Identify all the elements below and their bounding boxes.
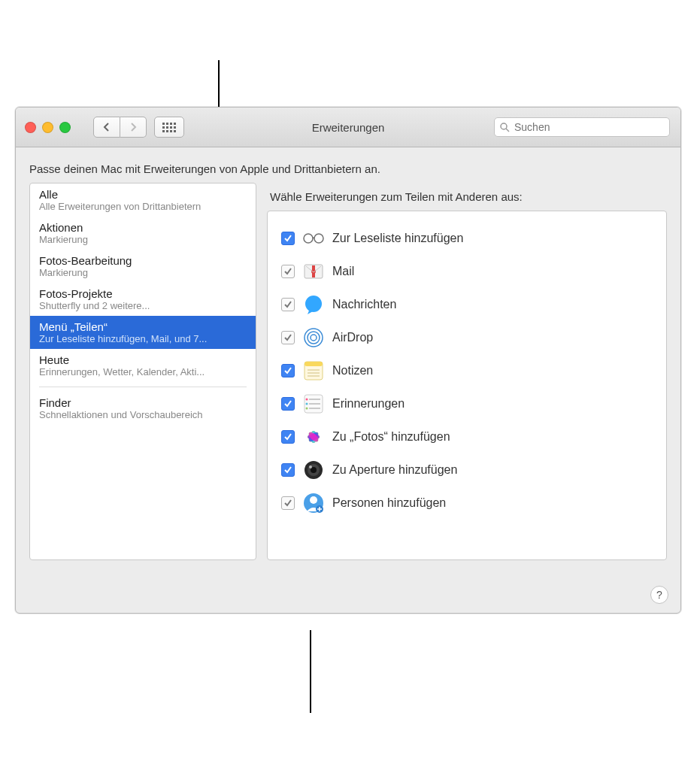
main-title: Wähle Erweiterungen zum Teilen mit Ander… — [267, 183, 667, 211]
extension-row: Zur Leseliste hinzufügen — [281, 222, 653, 255]
fotos-icon — [302, 426, 325, 448]
close-button[interactable] — [25, 122, 36, 133]
sidebar-item-finder[interactable]: FinderSchnellaktionen und Vorschaubereic… — [30, 392, 256, 425]
checkbox[interactable] — [281, 232, 295, 245]
svg-point-34 — [309, 465, 312, 468]
svg-point-36 — [310, 496, 317, 504]
sidebar-item-desc: Erinnerungen, Wetter, Kalender, Akti... — [39, 366, 247, 377]
extension-label: Zur Leseliste hinzufügen — [332, 232, 463, 245]
svg-point-2 — [304, 234, 313, 243]
sidebar: AlleAlle Erweiterungen von Drittanbieter… — [29, 183, 256, 560]
sidebar-item[interactable]: Menü „Teilen“Zur Leseliste hinzufügen, M… — [30, 316, 256, 349]
sidebar-item-label: Aktionen — [39, 221, 247, 234]
extension-row: Notizen — [281, 354, 653, 387]
extension-label: Zu Aperture hinzufügen — [332, 463, 457, 477]
extension-row: Personen hinzufügen — [281, 487, 653, 520]
sidebar-separator — [39, 387, 247, 387]
sidebar-item-desc: Markierung — [39, 234, 247, 245]
svg-point-20 — [306, 399, 308, 401]
aperture-icon — [302, 459, 325, 481]
sidebar-item[interactable]: AlleAlle Erweiterungen von Drittanbieter… — [30, 183, 256, 217]
sidebar-item[interactable]: Fotos-BearbeitungMarkierung — [30, 250, 256, 283]
extension-label: AirDrop — [332, 331, 373, 344]
sidebar-item-label: Fotos-Bearbeitung — [39, 254, 247, 267]
checkbox[interactable] — [281, 298, 295, 311]
zoom-button[interactable] — [59, 122, 71, 133]
sidebar-item[interactable]: AktionenMarkierung — [30, 217, 256, 250]
airdrop-icon — [302, 326, 325, 349]
callout-line-bottom — [310, 630, 311, 713]
sidebar-item-desc: Shutterfly und 2 weitere... — [39, 300, 247, 311]
svg-point-0 — [501, 123, 507, 129]
extension-row: Zu „Fotos“ hinzufügen — [281, 420, 653, 453]
show-all-button[interactable] — [154, 117, 184, 138]
personen-icon — [302, 492, 325, 514]
titlebar: Erweiterungen — [16, 108, 680, 147]
messages-icon — [302, 293, 325, 316]
extension-label: Zu „Fotos“ hinzufügen — [332, 430, 450, 444]
sidebar-item[interactable]: HeuteErinnerungen, Wetter, Kalender, Akt… — [30, 349, 256, 382]
grid-icon — [162, 123, 176, 132]
extension-row: Zu Aperture hinzufügen — [281, 453, 653, 487]
sidebar-item-label: Fotos-Projekte — [39, 287, 247, 300]
checkbox[interactable] — [281, 331, 295, 344]
nav-buttons — [93, 117, 147, 138]
glasses-icon — [302, 227, 325, 250]
sidebar-item-label: Heute — [39, 353, 247, 366]
reminders-icon — [302, 393, 325, 415]
extension-row: Mail — [281, 255, 653, 288]
search-field[interactable] — [494, 117, 670, 137]
svg-point-21 — [306, 403, 308, 405]
traffic-lights — [16, 122, 71, 133]
checkbox[interactable] — [281, 463, 295, 477]
extension-label: Notizen — [332, 364, 373, 377]
chevron-right-icon — [129, 123, 137, 132]
main-panel: Wähle Erweiterungen zum Teilen mit Ander… — [267, 183, 667, 560]
preferences-window: Erweiterungen Passe deinen Mac mit Erwei… — [15, 107, 681, 614]
svg-rect-12 — [305, 362, 323, 366]
sidebar-item-label: Menü „Teilen“ — [39, 320, 247, 333]
svg-point-3 — [314, 234, 323, 243]
content-area: AlleAlle Erweiterungen von Drittanbieter… — [16, 183, 680, 574]
extension-row: Erinnerungen — [281, 387, 653, 420]
extension-list: Zur Leseliste hinzufügenMailNachrichtenA… — [267, 211, 667, 560]
extension-label: Personen hinzufügen — [332, 496, 446, 510]
sidebar-item-desc: Schnellaktionen und Vorschaubereich — [39, 409, 247, 420]
chevron-left-icon — [103, 123, 111, 132]
svg-point-9 — [308, 332, 320, 344]
search-input[interactable] — [513, 120, 665, 134]
back-button[interactable] — [93, 117, 120, 138]
checkbox[interactable] — [281, 265, 295, 278]
sidebar-item-label: Finder — [39, 396, 247, 409]
svg-point-22 — [306, 408, 308, 410]
extension-row: Nachrichten — [281, 288, 653, 321]
svg-point-6 — [311, 269, 316, 274]
sidebar-item-desc: Markierung — [39, 267, 247, 278]
sidebar-item[interactable]: Fotos-ProjekteShutterfly und 2 weitere..… — [30, 283, 256, 316]
help-button[interactable]: ? — [650, 586, 668, 604]
svg-point-8 — [311, 335, 317, 341]
extension-label: Nachrichten — [332, 298, 396, 311]
svg-line-1 — [506, 129, 509, 132]
search-icon — [499, 122, 510, 132]
minimize-button[interactable] — [42, 122, 53, 133]
extension-label: Mail — [332, 265, 354, 278]
forward-button[interactable] — [120, 117, 147, 138]
checkbox[interactable] — [281, 364, 295, 377]
extension-row: AirDrop — [281, 321, 653, 354]
checkbox[interactable] — [281, 496, 295, 510]
svg-point-7 — [305, 296, 322, 312]
mail-icon — [302, 260, 325, 283]
notizen-icon — [302, 359, 325, 382]
extension-label: Erinnerungen — [332, 397, 405, 411]
sidebar-item-desc: Zur Leseliste hinzufügen, Mail, und 7... — [39, 333, 247, 344]
sidebar-item-desc: Alle Erweiterungen von Drittanbietern — [39, 201, 247, 212]
sidebar-item-label: Alle — [39, 188, 247, 201]
checkbox[interactable] — [281, 430, 295, 444]
checkbox[interactable] — [281, 397, 295, 411]
page-subtitle: Passe deinen Mac mit Erweiterungen von A… — [16, 147, 680, 183]
